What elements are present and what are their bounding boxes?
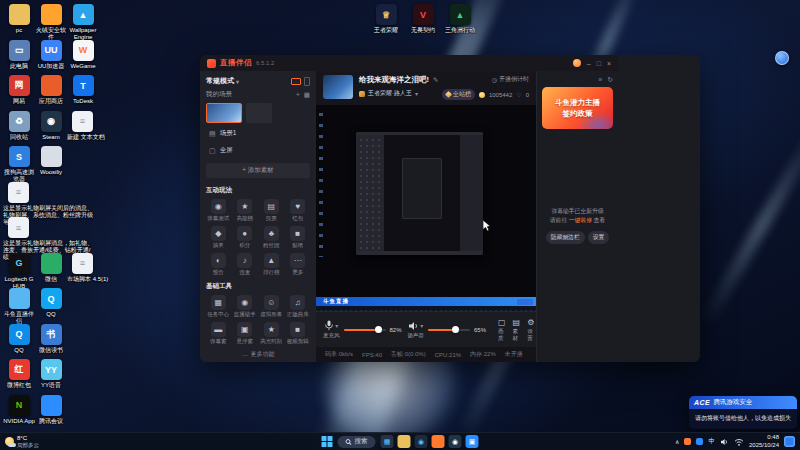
desktop-icon[interactable]: ◉Steam [35,111,67,141]
desktop-icon[interactable]: 书微信读书 [35,324,67,354]
add-scene-icon[interactable]: + [296,91,300,99]
interactive-item[interactable]: ♣粉丝团 [259,226,284,249]
countdown-toggle[interactable]: ◷ 开播倒计时 [492,75,529,84]
clock-widget[interactable]: 0:48 2025/10/24 [749,434,779,448]
speaker-icon[interactable] [408,321,419,331]
control-button[interactable]: ▢画质 [498,318,506,342]
tray-app-icon[interactable] [696,438,703,445]
interactive-item[interactable]: ▲排行榜 [259,253,284,276]
speaker-slider-knob[interactable] [452,326,459,333]
portrait-icon[interactable] [304,77,310,86]
taskbar-app-file-explorer[interactable] [398,435,411,448]
interactive-item[interactable]: ◐预告 [206,253,231,276]
interactive-item[interactable]: ★高能榜 [233,199,258,222]
wifi-icon[interactable] [734,438,744,446]
desktop-icon[interactable]: TToDesk [67,75,99,105]
stream-cover[interactable] [323,75,353,99]
tool-item[interactable]: ▦任务中心 [206,295,231,318]
search-input[interactable]: 搜索 [338,436,376,448]
promo-banner[interactable]: 斗鱼潜力主播 签约政策 [542,87,613,129]
desktop-icon[interactable]: 微信 [35,253,67,283]
tool-item[interactable]: ☺虚拟形象 [259,295,284,318]
desktop-icon[interactable]: 网网易 [3,75,35,105]
weather-widget[interactable]: 8°C 局部多云 [5,435,39,448]
desktop-icon[interactable]: YYYY语音 [35,359,67,389]
notification-badge[interactable] [784,436,795,447]
stream-preview[interactable]: 斗鱼直播 [316,105,536,311]
interactive-item[interactable]: ◉弹幕测试 [206,199,231,222]
desktop-icon[interactable]: Woosiliy [35,146,67,176]
interactive-item[interactable]: ♥红包 [286,199,311,222]
volume-icon[interactable] [720,438,729,446]
security-toast[interactable]: ACE 腾讯游戏安全 请勿将账号借给他人，以免造成损失 [689,396,797,429]
interactive-item[interactable]: ●积分 [233,226,258,249]
collapse-icon[interactable]: » [598,76,602,84]
taskbar-app-task-view[interactable]: ▦ [381,435,394,448]
interactive-item[interactable]: ■贴纸 [286,226,311,249]
chevron-down-icon[interactable]: ▾ [420,322,423,329]
interactive-item[interactable]: ♪连麦 [233,253,258,276]
maximize-icon[interactable]: □ [597,60,601,67]
tool-item[interactable]: ★高光时刻 [259,322,284,345]
desktop-icon[interactable]: 斗鱼直播伴侣 [3,288,35,325]
landscape-icon[interactable] [291,78,301,85]
microphone-icon[interactable] [324,320,334,331]
floating-assistant-ball[interactable] [775,51,789,65]
taskbar-app-browser[interactable]: ◉ [415,435,428,448]
tool-item[interactable]: ▬弹幕窗 [206,322,231,345]
decorate-link[interactable]: 一键装修 [569,217,592,223]
panel-settings-button[interactable]: 设置 [588,231,610,244]
more-tools-button[interactable]: ⋯ 更多功能 [206,350,310,359]
tray-overflow-icon[interactable]: ∧ [675,438,679,445]
tool-item[interactable]: ◉监播助手 [233,295,258,318]
desktop-icon[interactable]: V无畏契约 [407,4,439,34]
desktop-icon[interactable]: pc [3,4,35,34]
desktop-icon[interactable]: UUUU加速器 [35,40,67,70]
chevron-down-icon[interactable]: ▾ [335,322,338,329]
rank-badge[interactable]: 全站榜 [442,89,475,100]
interactive-item[interactable]: ▤投票 [259,199,284,222]
refresh-icon[interactable]: ↻ [607,76,613,84]
settings-button[interactable]: ⚙设置 [527,318,534,342]
scene-thumbnail-active[interactable] [206,103,242,123]
desktop-icon[interactable]: QQQ [35,288,67,318]
desktop-icon[interactable]: WWeGame [67,40,99,70]
mic-slider-knob[interactable] [375,326,382,333]
desktop-icon[interactable]: ♕王者荣耀 [370,4,402,34]
input-method-indicator[interactable]: 中 [708,437,715,446]
desktop-icon[interactable]: ▭此电脑 [3,40,35,70]
desktop-icon[interactable]: ≡市场脚本 4.5(1) [67,253,159,283]
add-material-button[interactable]: + 添加素材 [206,163,310,178]
fullscreen-source-item[interactable]: ▢ 全屏 [206,144,310,157]
minimize-icon[interactable]: – [587,60,591,67]
scene-grid-icon[interactable]: ▦ [304,91,310,99]
user-avatar[interactable] [573,59,581,67]
mic-slider[interactable] [344,329,386,331]
category-selector[interactable]: 王者荣耀·路人王 ▾ [359,89,436,98]
tool-item[interactable]: ■视频剪辑 [286,322,311,345]
interactive-item[interactable]: ⋯更多 [286,253,311,276]
tool-item[interactable]: ♫正版曲库 [286,295,311,318]
desktop-icon[interactable]: 火绒安全软件 [35,4,67,41]
desktop-icon[interactable]: ▲三角洲行动 [444,4,476,34]
mode-selector[interactable]: 常规模式 ▾ [206,76,239,86]
desktop-icon[interactable]: ♻回收站 [3,111,35,141]
start-button[interactable] [322,436,333,447]
tray-app-icon[interactable] [684,438,691,445]
taskbar-app-steam[interactable]: ◉ [449,435,462,448]
interactive-item[interactable]: ◆抽奖 [206,226,231,249]
desktop-icon[interactable]: S搜狗高速浏览器 [3,146,35,183]
control-button[interactable]: ▤素材 [513,318,521,342]
desktop-icon[interactable]: ≡新建 文本文档 [67,111,159,141]
close-icon[interactable]: × [607,60,611,67]
desktop-icon[interactable]: ▲Wallpaper Engine [67,4,99,41]
desktop-icon[interactable]: QQQ [3,324,35,354]
scene-item[interactable]: ▤ 场景1 [206,127,310,140]
desktop-icon[interactable]: 红微博红包 [3,359,35,389]
taskbar-app-douyu[interactable] [432,435,445,448]
tool-item[interactable]: ▣悬浮窗 [233,322,258,345]
desktop-icon[interactable]: 腾讯会议 [35,395,67,425]
taskbar-app-store[interactable]: ▣ [466,435,479,448]
window-titlebar[interactable]: 直播伴侣 6.5.1.2 – □ × [200,55,618,71]
desktop-icon[interactable]: NNVIDIA App [3,395,35,425]
